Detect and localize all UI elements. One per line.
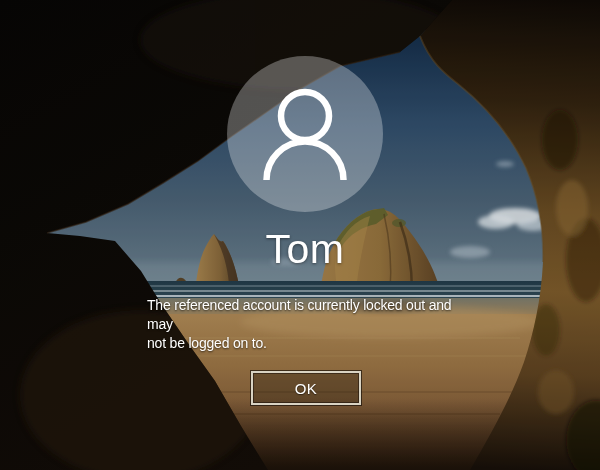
ok-button[interactable]: OK <box>251 371 361 405</box>
user-avatar <box>227 56 383 212</box>
lockout-message-line2: not be logged on to. <box>147 334 477 353</box>
lockout-message-line1: The referenced account is currently lock… <box>147 296 477 334</box>
person-icon <box>227 56 383 212</box>
lockout-message: The referenced account is currently lock… <box>147 296 477 353</box>
username: Tom <box>266 226 345 273</box>
sign-in-screen: Tom The referenced account is currently … <box>0 0 600 470</box>
